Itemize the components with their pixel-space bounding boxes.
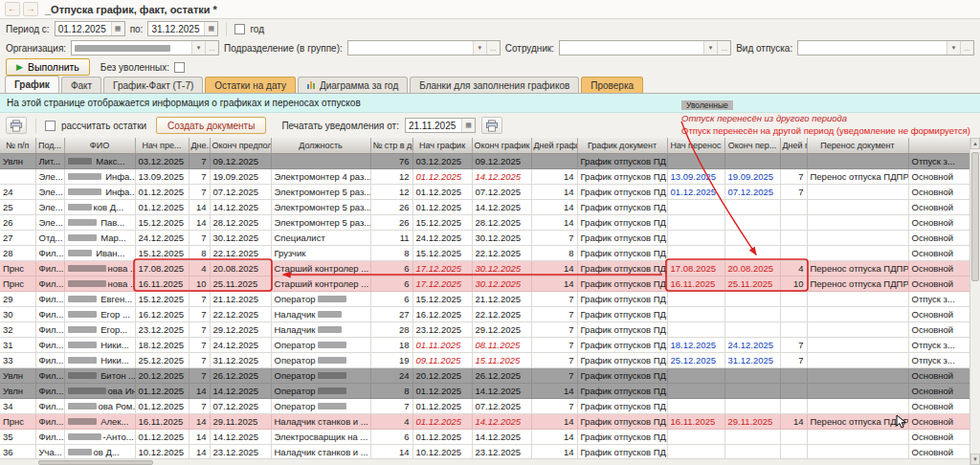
table-cell[interactable]: 14 xyxy=(531,168,577,184)
table-cell[interactable]: Перенос отпуска ПДПР-... xyxy=(807,413,908,429)
table-cell[interactable]: 24.12.2025 xyxy=(135,230,189,245)
table-cell[interactable] xyxy=(780,321,807,337)
table-cell[interactable]: График отпусков ПД... xyxy=(577,444,667,459)
table-cell[interactable]: Фил... xyxy=(35,260,64,276)
table-cell[interactable] xyxy=(724,321,780,337)
table-cell[interactable]: 14 xyxy=(531,260,577,276)
table-cell[interactable]: Фил... xyxy=(35,383,64,398)
table-cell[interactable]: 08.11.2025 xyxy=(472,337,531,352)
table-cell[interactable]: 14 xyxy=(189,199,210,214)
table-cell[interactable] xyxy=(531,153,577,168)
table-cell[interactable]: 01.12.2025 xyxy=(667,184,724,199)
tab-blanki[interactable]: Бланки для заполнения графиков xyxy=(410,77,579,93)
vacation-type-input[interactable]: ▾… xyxy=(797,40,974,55)
table-cell[interactable] xyxy=(667,444,724,459)
table-cell[interactable]: Прнс xyxy=(0,260,35,276)
table-cell[interactable]: ков Д... xyxy=(64,199,135,214)
table-cell[interactable]: 76 xyxy=(370,153,412,168)
table-cell[interactable]: 01.12.2025 xyxy=(412,184,472,199)
table-cell[interactable]: Эле... xyxy=(35,199,64,214)
table-cell[interactable]: 8 xyxy=(531,245,577,260)
organization-input[interactable]: ▾… xyxy=(71,40,219,55)
table-cell[interactable] xyxy=(724,291,780,306)
table-cell[interactable]: 28 xyxy=(370,321,412,337)
table-cell[interactable]: Оператор xyxy=(271,398,370,413)
table-cell[interactable]: 7 xyxy=(189,153,210,168)
table-cell[interactable]: 28 xyxy=(0,245,35,260)
vertical-scrollbar[interactable]: ▲ ▼ xyxy=(969,138,980,465)
table-cell[interactable] xyxy=(780,429,807,444)
chevron-down-icon[interactable]: ▾ xyxy=(191,41,205,55)
table-cell[interactable]: 11 xyxy=(370,230,412,245)
table-cell[interactable] xyxy=(667,153,724,168)
table-cell[interactable] xyxy=(667,367,724,383)
print-button[interactable] xyxy=(6,117,27,134)
table-cell[interactable]: 24.12.2025 xyxy=(210,337,271,352)
table-cell[interactable] xyxy=(780,306,807,321)
column-header[interactable]: Перенос документ xyxy=(807,138,908,153)
table-cell[interactable]: 14.12.2025 xyxy=(472,168,531,184)
table-cell[interactable]: 16.11.2025 xyxy=(667,276,724,291)
table-cell[interactable]: График отпусков ПД... xyxy=(577,321,667,337)
table-cell[interactable]: 8 xyxy=(370,245,412,260)
table-cell[interactable]: Оператор xyxy=(271,383,370,398)
table-cell[interactable] xyxy=(807,429,908,444)
table-cell[interactable]: Наладчик станков и ... xyxy=(271,413,370,429)
table-cell[interactable]: 25 xyxy=(0,199,35,214)
table-cell[interactable]: 32 xyxy=(0,321,35,337)
table-cell[interactable]: 4 xyxy=(780,260,807,276)
table-cell[interactable]: нова ... xyxy=(64,260,135,276)
table-cell[interactable] xyxy=(780,291,807,306)
table-cell[interactable]: 17.08.2025 xyxy=(667,260,724,276)
tab-proverka[interactable]: Проверка xyxy=(581,77,643,93)
table-cell[interactable]: 13.09.2025 xyxy=(135,168,189,184)
table-cell[interactable]: 6 xyxy=(370,429,412,444)
table-cell[interactable]: График отпусков ПД... xyxy=(577,429,667,444)
table-cell[interactable] xyxy=(724,153,780,168)
table-cell[interactable]: Наладчик xyxy=(271,306,370,321)
tab-diagramma-za-god[interactable]: Диаграмма за год xyxy=(298,77,408,93)
table-cell[interactable]: 6 xyxy=(370,276,412,291)
table-cell[interactable] xyxy=(807,337,908,352)
column-header[interactable]: Нач график xyxy=(412,138,472,153)
table-cell[interactable] xyxy=(724,214,780,230)
table-cell[interactable]: 14 xyxy=(531,276,577,291)
table-cell[interactable] xyxy=(667,199,724,214)
table-cell[interactable] xyxy=(724,444,780,459)
table-cell[interactable]: 7 xyxy=(370,398,412,413)
column-header[interactable]: № стр в док xyxy=(370,138,412,153)
table-cell[interactable] xyxy=(724,199,780,214)
table-cell[interactable]: Отд... xyxy=(35,230,64,245)
table-cell[interactable]: 29 xyxy=(0,291,35,306)
table-cell[interactable]: 19 xyxy=(370,352,412,367)
table-cell[interactable]: 15.12.2025 xyxy=(412,214,472,230)
table-cell[interactable]: 36 xyxy=(0,444,35,459)
table-cell[interactable]: Увлн xyxy=(0,153,35,168)
table-cell[interactable]: Евген... xyxy=(64,291,135,306)
table-cell[interactable]: Основной xyxy=(908,214,969,230)
table-cell[interactable] xyxy=(807,184,908,199)
table-cell[interactable]: График отпусков ПД... xyxy=(577,214,667,230)
table-cell[interactable] xyxy=(807,367,908,383)
table-cell[interactable]: 03.12.2025 xyxy=(412,153,472,168)
table-cell[interactable]: 31.12.2025 xyxy=(724,352,780,367)
table-cell[interactable]: 7 xyxy=(531,352,577,367)
table-cell[interactable]: Лит... xyxy=(35,153,64,168)
table-cell[interactable]: 25.12.2025 xyxy=(135,352,189,367)
table-cell[interactable]: Основной xyxy=(908,168,969,184)
table-cell[interactable]: 14.12.2025 xyxy=(472,199,531,214)
table-cell[interactable]: 14 xyxy=(189,444,210,459)
table-cell[interactable]: 14 xyxy=(531,184,577,199)
table-cell[interactable]: 15.11.2025 xyxy=(472,352,531,367)
table-cell[interactable]: 7 xyxy=(531,321,577,337)
table-cell[interactable]: 16.11.2025 xyxy=(667,413,724,429)
table-cell[interactable]: 14 xyxy=(370,444,412,459)
table-cell[interactable]: 30 xyxy=(0,306,35,321)
column-header[interactable]: № п/п xyxy=(0,138,35,153)
table-cell[interactable]: Основной xyxy=(908,429,969,444)
table-cell[interactable]: 7 xyxy=(189,367,210,383)
table-cell[interactable]: Электромонтер 4 раз... xyxy=(271,168,370,184)
table-cell[interactable]: 09.11.2025 xyxy=(412,352,472,367)
table-cell[interactable] xyxy=(780,230,807,245)
forward-arrow-icon[interactable]: → xyxy=(23,2,38,16)
